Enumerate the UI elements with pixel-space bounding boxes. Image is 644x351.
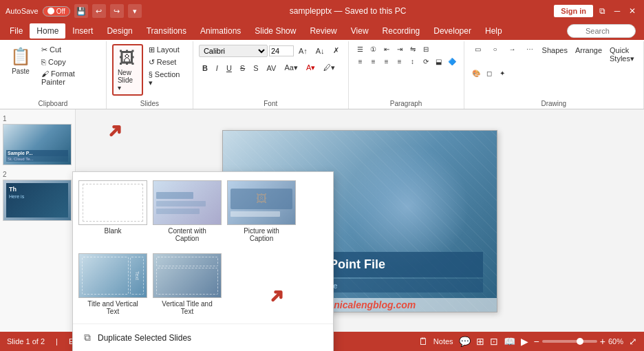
view-slideshow[interactable]: ▶: [521, 336, 528, 347]
shape-rect[interactable]: ▭: [470, 44, 486, 54]
copy-button[interactable]: ⎘ Copy: [39, 56, 100, 67]
format-painter-button[interactable]: 🖌 Format Painter: [39, 68, 100, 87]
shape-oval[interactable]: ○: [487, 44, 504, 54]
slides-from-outline-item[interactable]: 📄 Slides from Outline…: [73, 348, 333, 351]
slide-thumb-2[interactable]: 2 Th Here is: [3, 171, 72, 221]
zoom-track[interactable]: [542, 340, 597, 343]
layout-picture-caption[interactable]: 🖼 Picture withCaption: [227, 178, 296, 245]
indent-dec-button[interactable]: ⇤: [380, 44, 393, 54]
layout-title-vert[interactable]: Text Title and VerticalText: [78, 251, 147, 318]
menu-developer[interactable]: Developer: [427, 23, 478, 39]
shape-outline[interactable]: ◻: [483, 68, 495, 78]
slide-2-title: Th: [9, 186, 65, 193]
menu-review[interactable]: Review: [303, 23, 343, 39]
line-spacing[interactable]: ↕: [407, 56, 419, 66]
shape-fill[interactable]: 🎨: [470, 68, 482, 78]
slide-2-body: Here is: [9, 194, 65, 199]
text-shadow-button[interactable]: S: [250, 62, 261, 74]
smartart[interactable]: 🔷: [446, 56, 458, 66]
layout-content-caption[interactable]: Content withCaption: [153, 178, 222, 245]
indent-inc-button[interactable]: ⇥: [394, 44, 406, 54]
font-size-increase[interactable]: A↑: [295, 45, 311, 57]
font-name-select[interactable]: Calibri: [199, 45, 268, 57]
menu-insert[interactable]: Insert: [65, 23, 100, 39]
new-slide-button[interactable]: 🖼 NewSlide ▾: [112, 44, 143, 96]
view-reading[interactable]: 📖: [504, 336, 515, 347]
menu-home[interactable]: Home: [30, 23, 65, 39]
comments-icon[interactable]: 💬: [459, 336, 471, 347]
title-vert-preview: Text: [79, 254, 147, 297]
bold-button[interactable]: B: [199, 62, 211, 74]
slides-label: Slides: [140, 98, 159, 109]
font-case-button[interactable]: Aa▾: [281, 61, 301, 74]
paragraph-label: Paragraph: [390, 98, 422, 109]
undo-icon[interactable]: ↩: [92, 4, 106, 18]
highlight-button[interactable]: 🖊▾: [320, 61, 339, 74]
menu-slideshow[interactable]: Slide Show: [248, 23, 303, 39]
zoom-out-icon[interactable]: −: [534, 336, 539, 347]
view-slide-sorter[interactable]: ⊡: [490, 336, 498, 347]
layout-button[interactable]: ⊞ Layout: [146, 44, 187, 56]
align-left[interactable]: ≡: [354, 56, 367, 66]
text-direction[interactable]: ⟳: [420, 56, 432, 66]
customize-icon[interactable]: ▾: [128, 4, 142, 18]
search-input[interactable]: [567, 24, 636, 38]
menu-help[interactable]: Help: [478, 23, 509, 39]
shape-effects[interactable]: ✦: [496, 68, 508, 78]
tv-text: Text: [135, 271, 140, 280]
menu-file[interactable]: File: [3, 23, 30, 39]
strikethrough-button[interactable]: S: [237, 62, 248, 74]
section-button[interactable]: § Section ▾: [146, 69, 187, 89]
title-bar: AutoSave Off 💾 ↩ ↪ ▾ samplepptx — Saved …: [0, 0, 644, 22]
quick-styles-button[interactable]: QuickStyles▾: [606, 44, 638, 65]
zoom-in-icon[interactable]: +: [600, 336, 605, 347]
minimize-button[interactable]: ─: [611, 5, 623, 17]
align-text[interactable]: ⬓: [433, 56, 445, 66]
autosave-label: AutoSave: [6, 7, 39, 15]
new-slide-icon: 🖼: [119, 48, 136, 67]
restore-button[interactable]: ⧉: [596, 5, 608, 17]
paste-button[interactable]: 📋 Paste: [6, 44, 36, 78]
shape-arrow[interactable]: →: [504, 44, 521, 54]
menu-transitions[interactable]: Transitions: [140, 23, 193, 39]
notes-button[interactable]: 🗒: [418, 336, 428, 347]
arrange-button[interactable]: Arrange: [572, 44, 605, 65]
justify[interactable]: ≡: [394, 56, 406, 66]
save-icon[interactable]: 💾: [74, 4, 88, 18]
duplicate-slides-item[interactable]: ⧉ Duplicate Selected Slides: [73, 327, 333, 348]
bullets-button[interactable]: ☰: [354, 44, 367, 54]
underline-button[interactable]: U: [223, 62, 235, 74]
shapes-button[interactable]: Shapes: [539, 44, 571, 65]
char-spacing-button[interactable]: AV: [264, 62, 280, 74]
close-button[interactable]: ✕: [626, 5, 638, 17]
font-color-button[interactable]: A▾: [303, 61, 319, 74]
align-center[interactable]: ≡: [367, 56, 380, 66]
search-wrap: 🔍: [567, 24, 636, 38]
font-size-input[interactable]: [269, 45, 294, 56]
font-label: Font: [264, 98, 277, 109]
slide-info: Slide 1 of 2: [7, 337, 45, 345]
layout-vert-title[interactable]: Vertical Title andText: [153, 251, 222, 318]
columns-button[interactable]: ⊟: [420, 44, 432, 54]
layout-blank[interactable]: Blank: [78, 178, 147, 245]
view-normal[interactable]: ⊞: [476, 336, 484, 347]
menu-animations[interactable]: Animations: [193, 23, 248, 39]
italic-button[interactable]: I: [213, 62, 222, 74]
numbering-button[interactable]: ①: [367, 44, 380, 54]
rtl-button[interactable]: ⇋: [407, 44, 419, 54]
autosave-toggle[interactable]: Off: [43, 6, 70, 17]
reset-button[interactable]: ↺ Reset: [146, 56, 187, 68]
slide-thumb-1[interactable]: 1 Sample P... St. Cloud Te...: [3, 115, 72, 165]
menu-design[interactable]: Design: [100, 23, 139, 39]
layout-thumb-picture: 🖼: [227, 180, 296, 225]
clear-format[interactable]: ✗: [330, 44, 343, 57]
fit-slide-icon[interactable]: ⤢: [629, 336, 637, 347]
menu-view[interactable]: View: [344, 23, 376, 39]
cut-button[interactable]: ✂ Cut: [39, 44, 100, 56]
menu-recording[interactable]: Recording: [376, 23, 427, 39]
font-size-decrease[interactable]: A↓: [312, 45, 328, 57]
shape-more[interactable]: ⋯: [522, 44, 538, 54]
redo-icon[interactable]: ↪: [110, 4, 124, 18]
signin-button[interactable]: Sign in: [554, 5, 593, 17]
align-right[interactable]: ≡: [380, 56, 393, 66]
